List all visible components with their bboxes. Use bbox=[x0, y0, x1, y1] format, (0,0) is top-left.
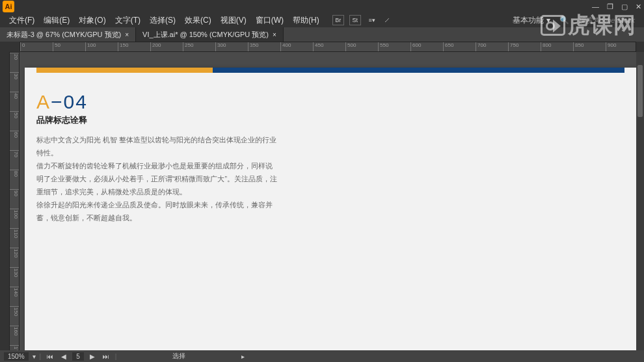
next-artboard-button[interactable]: ▶ bbox=[88, 353, 97, 360]
ruler-tick: 800 bbox=[541, 42, 573, 51]
menu-view[interactable]: 视图(V) bbox=[217, 14, 250, 27]
document-tab-bar: 未标题-3 @ 67% (CMYK/GPU 预览) × VI_上课.ai* @ … bbox=[0, 27, 644, 42]
ruler-tick: 70 bbox=[10, 150, 19, 170]
ruler-tick: 900 bbox=[606, 42, 636, 51]
ruler-tick: 60 bbox=[10, 131, 19, 150]
maximize-button[interactable]: ▢ bbox=[621, 3, 628, 11]
section-code: A−04 bbox=[36, 91, 624, 113]
ruler-tick: 700 bbox=[476, 42, 508, 51]
menu-window[interactable]: 窗口(W) bbox=[252, 14, 288, 27]
menu-file[interactable]: 文件(F) bbox=[5, 14, 38, 27]
prev-artboard-button[interactable]: ◀ bbox=[59, 353, 68, 360]
app-bar-icons: Br St ≡▾ ⟋ bbox=[332, 15, 391, 25]
section-subtitle: 品牌标志诠释 bbox=[36, 114, 624, 126]
restore-button[interactable]: ❐ bbox=[607, 3, 613, 11]
ruler-tick: 20 bbox=[10, 53, 19, 72]
menu-bar: 文件(F) 编辑(E) 对象(O) 文字(T) 选择(S) 效果(C) 视图(V… bbox=[0, 13, 644, 27]
ruler-tick: 110 bbox=[10, 228, 19, 248]
ruler-tick: 250 bbox=[183, 42, 215, 51]
ruler-tick: 650 bbox=[443, 42, 476, 51]
ruler-tick: 750 bbox=[508, 42, 541, 51]
header-bar-orange bbox=[36, 68, 213, 73]
close-button[interactable]: ✕ bbox=[636, 3, 641, 11]
arrange-docs-icon[interactable]: ≡▾ bbox=[366, 15, 378, 25]
vertical-scrollbar[interactable] bbox=[636, 52, 644, 350]
bridge-icon[interactable]: Br bbox=[332, 15, 344, 25]
ruler-tick: 350 bbox=[248, 42, 280, 51]
ruler-tick: 30 bbox=[10, 72, 19, 92]
title-bar: Ai — ❐ ▢ ✕ bbox=[0, 0, 644, 13]
ruler-tick: 130 bbox=[10, 267, 19, 287]
search-input[interactable]: 搜索 Adobe Stock bbox=[574, 14, 639, 27]
tab-label: 未标题-3 @ 67% (CMYK/GPU 预览) bbox=[7, 30, 121, 40]
document-tab[interactable]: VI_上课.ai* @ 150% (CMYK/GPU 预览) × bbox=[136, 27, 284, 42]
ruler-tick: 300 bbox=[215, 42, 248, 51]
ruler-tick: 50 bbox=[10, 111, 19, 131]
code-number: 04 bbox=[64, 91, 88, 112]
artboard[interactable]: A−04 品牌标志诠释 标志中文含义为阳光 机智 整体造型以齿轮与阳光的结合突出… bbox=[25, 68, 636, 351]
artboard-number[interactable]: 5 bbox=[72, 352, 84, 361]
horizontal-ruler[interactable]: 0 50 100 150 200 250 300 350 400 450 500… bbox=[20, 42, 636, 52]
content-block: A−04 品牌标志诠释 标志中文含义为阳光 机智 整体造型以齿轮与阳光的结合突出… bbox=[25, 73, 636, 225]
ruler-tick: 200 bbox=[150, 42, 183, 51]
ruler-tick: 850 bbox=[573, 42, 606, 51]
ruler-tick: 120 bbox=[10, 248, 19, 267]
ruler-tick: 500 bbox=[345, 42, 378, 51]
scrollbar-thumb[interactable] bbox=[637, 65, 643, 117]
status-bar: 150% ▾ | ⏮ ◀ 5 ▶ ⏭ | 选择 ▸ bbox=[0, 350, 644, 362]
header-bar-blue bbox=[213, 68, 624, 73]
search-icon[interactable]: 🔍 bbox=[559, 16, 569, 25]
ruler-tick: 90 bbox=[10, 189, 19, 209]
app-icon: Ai bbox=[3, 1, 14, 12]
document-tab[interactable]: 未标题-3 @ 67% (CMYK/GPU 预览) × bbox=[0, 27, 136, 42]
ruler-tick: 150 bbox=[10, 306, 19, 326]
menu-select[interactable]: 选择(S) bbox=[146, 14, 180, 27]
status-menu-icon[interactable]: ▸ bbox=[241, 353, 245, 360]
menu-edit[interactable]: 编辑(E) bbox=[40, 14, 74, 27]
section-body: 标志中文含义为阳光 机智 整体造型以齿轮与阳光的结合突出体现企业的行业特性。借力… bbox=[36, 134, 277, 225]
menu-help[interactable]: 帮助(H) bbox=[289, 14, 323, 27]
first-artboard-button[interactable]: ⏮ bbox=[45, 353, 55, 360]
ruler-tick: 0 bbox=[20, 42, 53, 51]
window-controls: — ❐ ▢ ✕ bbox=[592, 3, 641, 11]
menu-object[interactable]: 对象(O) bbox=[75, 14, 109, 27]
ruler-tick: 100 bbox=[10, 209, 19, 228]
menu-effect[interactable]: 效果(C) bbox=[181, 14, 215, 27]
ruler-tick: 600 bbox=[410, 42, 443, 51]
ruler-tick: 80 bbox=[10, 170, 19, 189]
stock-icon[interactable]: St bbox=[349, 15, 361, 25]
zoom-level[interactable]: 150% bbox=[4, 352, 29, 361]
last-artboard-button[interactable]: ⏭ bbox=[101, 353, 111, 360]
header-bar bbox=[36, 68, 624, 73]
ruler-tick: 160 bbox=[10, 326, 19, 345]
tab-label: VI_上课.ai* @ 150% (CMYK/GPU 预览) bbox=[142, 30, 269, 40]
zoom-dropdown-icon[interactable]: ▾ bbox=[33, 353, 36, 360]
ruler-tick: 150 bbox=[118, 42, 150, 51]
code-letter: A bbox=[36, 91, 51, 112]
current-tool-label: 选择 bbox=[172, 352, 185, 361]
workspace: 20 30 40 50 60 70 80 90 100 110 120 130 … bbox=[0, 52, 644, 351]
tab-close-icon[interactable]: × bbox=[273, 31, 276, 38]
sync-icon[interactable]: ⟋ bbox=[383, 16, 391, 25]
ruler-tick: 400 bbox=[280, 42, 313, 51]
menu-type[interactable]: 文字(T) bbox=[111, 14, 144, 27]
minimize-button[interactable]: — bbox=[592, 3, 599, 11]
tab-close-icon[interactable]: × bbox=[125, 31, 129, 38]
workspace-switcher[interactable]: 基本功能 ▾ bbox=[509, 14, 554, 27]
canvas-area[interactable]: A−04 品牌标志诠释 标志中文含义为阳光 机智 整体造型以齿轮与阳光的结合突出… bbox=[20, 52, 644, 351]
ruler-tick: 40 bbox=[10, 92, 19, 111]
code-dash: − bbox=[51, 91, 64, 112]
vertical-ruler[interactable]: 20 30 40 50 60 70 80 90 100 110 120 130 … bbox=[9, 52, 20, 351]
ruler-tick: 50 bbox=[53, 42, 85, 51]
ruler-tick: 140 bbox=[10, 287, 19, 306]
ruler-tick: 100 bbox=[85, 42, 118, 51]
ruler-tick: 450 bbox=[313, 42, 345, 51]
menu-right: 基本功能 ▾ 🔍 搜索 Adobe Stock bbox=[509, 14, 639, 27]
ruler-tick: 550 bbox=[378, 42, 410, 51]
